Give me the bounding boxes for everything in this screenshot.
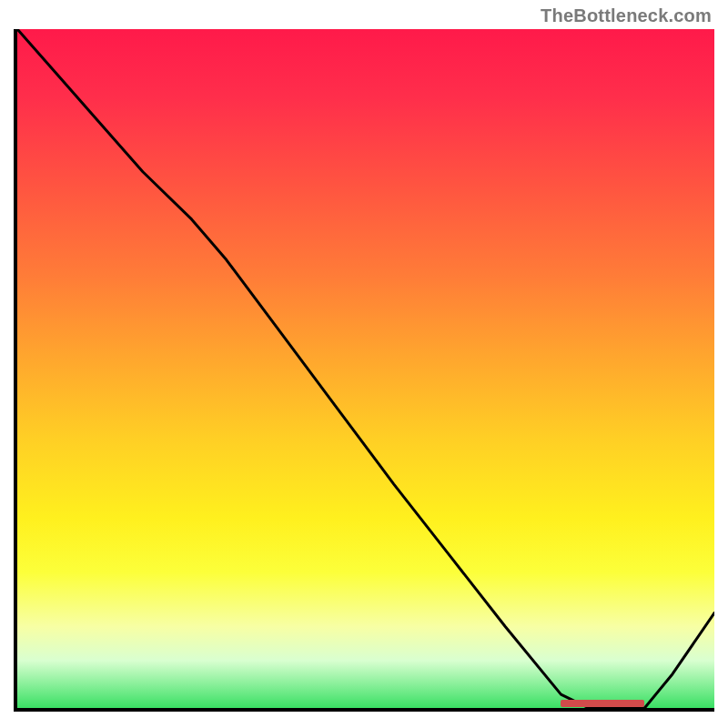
plot-frame (14, 29, 714, 712)
data-line-layer (17, 29, 714, 708)
optimal-range-marker (561, 700, 644, 707)
watermark-text: TheBottleneck.com (541, 5, 712, 26)
data-curve (17, 29, 714, 708)
chart-container: TheBottleneck.com (0, 0, 728, 728)
